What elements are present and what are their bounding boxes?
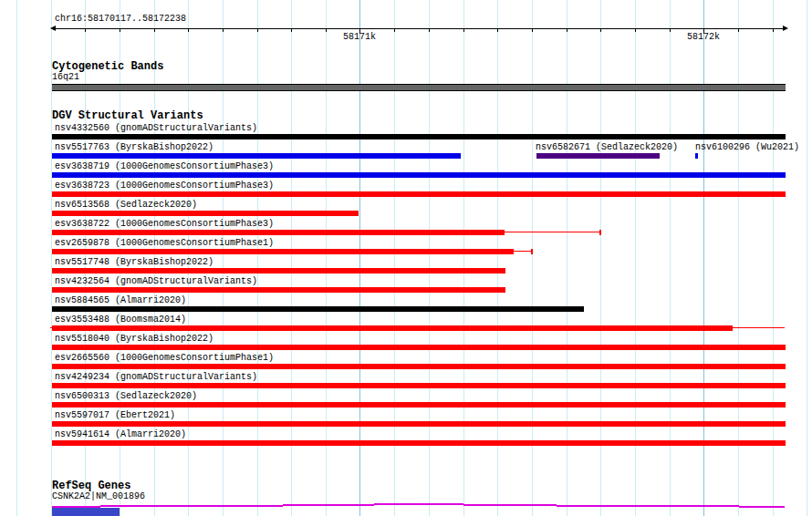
variant-bar[interactable]: [52, 249, 514, 254]
dgv-structural-variants-title: DGV Structural Variants: [52, 110, 203, 122]
variant-bar[interactable]: [536, 153, 660, 159]
gridline-minor: [532, 0, 533, 516]
refseq-gene-line-segment[interactable]: [463, 504, 557, 506]
ruler-tick: [120, 28, 120, 32]
gridline-minor: [807, 0, 807, 516]
gridline-minor: [635, 0, 636, 516]
gridline-minor: [463, 0, 464, 516]
ruler-tick: [223, 28, 224, 32]
variant-bar[interactable]: [52, 345, 786, 350]
variant-whisker-cap: [531, 249, 533, 254]
variant-label[interactable]: nsv4232564 (gnomADStructuralVariants): [55, 276, 257, 286]
variant-label[interactable]: esv3638722 (1000GenomesConsortiumPhase3): [55, 219, 274, 229]
gridline-minor: [497, 0, 498, 516]
variant-label[interactable]: nsv5517763 (ByrskaBishop2022): [55, 142, 213, 152]
region-coordinates-label: chr16:58170117..58172238: [55, 14, 186, 24]
gridline-minor: [326, 0, 327, 516]
variant-whisker-line: [514, 251, 531, 252]
ruler-tick-label: 58171k: [339, 32, 380, 42]
gridline-major: [359, 0, 360, 516]
gridline-minor: [291, 0, 292, 516]
variant-label[interactable]: nsv5884565 (Almarri2020): [55, 295, 186, 305]
ruler-tick: [429, 28, 430, 32]
gridline-minor: [773, 0, 774, 516]
variant-label[interactable]: nsv5517748 (ByrskaBishop2022): [55, 257, 213, 267]
variant-bar[interactable]: [52, 421, 786, 427]
variant-bar[interactable]: [52, 440, 786, 446]
variant-bar[interactable]: [695, 153, 698, 159]
refseq-gene-line-segment[interactable]: [100, 505, 283, 507]
ruler-tick: [394, 28, 395, 32]
gridline-minor: [738, 0, 739, 516]
ruler-tick: [257, 28, 258, 32]
cytoband-bar: [52, 84, 786, 91]
cytoband-label: 16q21: [52, 72, 79, 82]
gridline-minor: [567, 0, 567, 516]
ruler-tick: [85, 28, 86, 32]
variant-label[interactable]: nsv6500313 (Sedlazeck2020): [55, 391, 197, 401]
gridline-minor: [257, 0, 258, 516]
variant-label[interactable]: esv3553488 (Boomsma2014): [55, 315, 186, 325]
refseq-gene-glyph[interactable]: [52, 508, 120, 516]
variant-label[interactable]: nsv6100296 (Wu2021): [695, 142, 799, 152]
ruler-tick: [773, 28, 774, 32]
refseq-gene-label[interactable]: CSNK2A2|NM_001896: [52, 491, 145, 501]
gridline-minor: [429, 0, 430, 516]
variant-label[interactable]: nsv6513568 (Sedlazeck2020): [55, 200, 197, 210]
ruler-tick: [567, 28, 567, 32]
variant-label[interactable]: nsv5518040 (ByrskaBishop2022): [55, 334, 213, 344]
variant-bar[interactable]: [52, 383, 786, 388]
variant-bar[interactable]: [52, 191, 786, 197]
variant-label[interactable]: esv2659878 (1000GenomesConsortiumPhase1): [55, 238, 274, 248]
gridline-minor: [670, 0, 671, 516]
ruler-tick: [154, 28, 155, 32]
genome-browser-panel: chr16:58170117..58172238 Cytogenetic Ban…: [0, 0, 812, 516]
ruler-tick-label: 58172k: [683, 32, 724, 42]
variant-bar[interactable]: [52, 211, 359, 216]
ruler-right-arrow-icon: [783, 26, 788, 31]
refseq-gene-line-segment[interactable]: [557, 505, 648, 507]
ruler-tick: [463, 28, 464, 32]
ruler-tick: [600, 28, 601, 32]
ruler-tick: [532, 28, 533, 32]
refseq-gene-line-segment[interactable]: [648, 505, 739, 507]
variant-label[interactable]: esv2665560 (1000GenomesConsortiumPhase1): [55, 353, 274, 363]
refseq-gene-line-segment[interactable]: [739, 506, 785, 508]
variant-label[interactable]: nsv5941614 (Almarri2020): [55, 429, 186, 439]
variant-bar[interactable]: [52, 230, 505, 235]
variant-label[interactable]: nsv4332560 (gnomADStructuralVariants): [55, 123, 257, 133]
variant-bar[interactable]: [52, 325, 733, 331]
variant-bar[interactable]: [52, 172, 786, 178]
ruler-tick: [670, 28, 671, 32]
ruler-tick: [326, 28, 327, 32]
variant-bar[interactable]: [52, 268, 505, 273]
variant-label[interactable]: esv3638719 (1000GenomesConsortiumPhase3): [55, 161, 274, 171]
variant-label[interactable]: nsv5597017 (Ebert2021): [55, 410, 175, 420]
ruler-axis-line: [53, 28, 785, 29]
refseq-gene-line-segment[interactable]: [283, 504, 374, 506]
variant-bar[interactable]: [52, 287, 505, 293]
variant-label[interactable]: esv3638723 (1000GenomesConsortiumPhase3): [55, 181, 274, 191]
gridline-minor: [16, 0, 17, 516]
gridline-minor: [223, 0, 224, 516]
variant-bar[interactable]: [52, 402, 786, 408]
gridline-major: [703, 0, 704, 516]
gridline-minor: [600, 0, 601, 516]
variant-bar[interactable]: [52, 306, 584, 312]
ruler-tick: [188, 28, 189, 32]
variant-whisker-line: [505, 232, 599, 232]
variant-bar[interactable]: [52, 364, 786, 369]
ruler-tick: [738, 28, 739, 32]
refseq-gene-line-segment[interactable]: [374, 503, 463, 505]
gridline-minor: [394, 0, 395, 516]
variant-label[interactable]: nsv6582671 (Sedlazeck2020): [536, 142, 678, 152]
ruler-left-arrow-icon: [50, 26, 56, 31]
ruler-tick: [291, 28, 292, 32]
ruler-tick: [635, 28, 636, 32]
variant-label[interactable]: nsv4249234 (gnomADStructuralVariants): [55, 372, 257, 382]
variant-whisker-cap: [599, 230, 601, 235]
variant-bar[interactable]: [52, 134, 786, 139]
ruler-tick: [497, 28, 498, 32]
variant-bar[interactable]: [52, 153, 461, 159]
